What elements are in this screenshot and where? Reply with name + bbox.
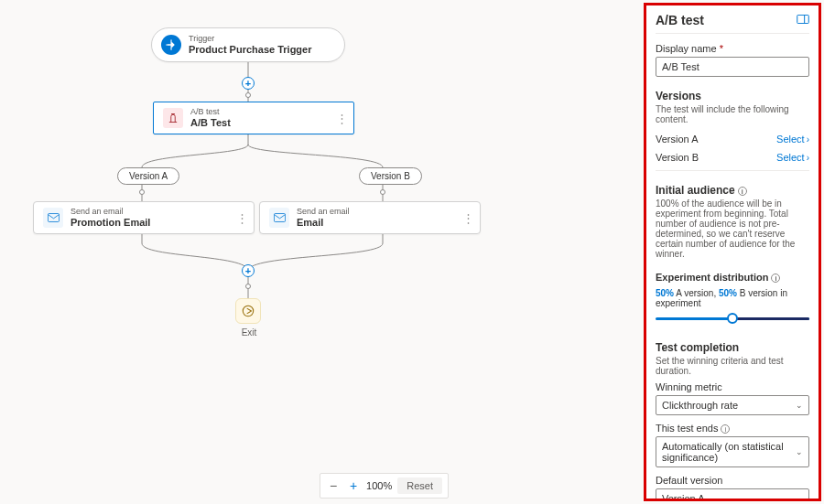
- default-version-select[interactable]: Version A⌄: [656, 488, 809, 501]
- completion-heading: Test completion: [656, 341, 809, 354]
- email-title: Email: [297, 217, 350, 230]
- email-node-b[interactable]: Send an email Email ⋮: [259, 201, 481, 234]
- svg-rect-8: [274, 214, 285, 222]
- email-title: Promotion Email: [70, 217, 150, 230]
- svg-rect-7: [48, 214, 59, 222]
- chevron-down-icon: ⌄: [796, 447, 803, 456]
- exit-node[interactable]: [235, 298, 261, 324]
- chevron-down-icon: ⌄: [796, 494, 803, 501]
- add-step-button-top[interactable]: +: [242, 77, 255, 90]
- display-name-label: Display name *: [656, 43, 809, 54]
- ab-test-node[interactable]: A/B test A/B Test ⋮: [153, 102, 354, 134]
- versions-heading: Versions: [656, 90, 809, 102]
- branch-version-a[interactable]: Version A: [117, 167, 179, 185]
- zoom-reset-button[interactable]: Reset: [397, 477, 442, 494]
- panel-header-icon[interactable]: [797, 14, 809, 27]
- info-icon[interactable]: i: [721, 424, 730, 434]
- ab-node-more-icon[interactable]: ⋮: [336, 112, 348, 125]
- test-ends-select[interactable]: Automatically (on statistical significan…: [656, 436, 809, 467]
- connector-port: [245, 92, 251, 98]
- slider-thumb[interactable]: [727, 313, 738, 324]
- chevron-right-icon: ›: [807, 134, 809, 145]
- email-kicker: Send an email: [297, 207, 350, 217]
- zoom-level: 100%: [366, 480, 392, 491]
- trigger-node[interactable]: Trigger Product Purchase Trigger: [151, 27, 345, 62]
- journey-canvas[interactable]: Trigger Product Purchase Trigger + A/B t…: [0, 0, 637, 504]
- node-more-icon[interactable]: ⋮: [236, 211, 248, 225]
- completion-sub: Set the winning criteria and test durati…: [656, 356, 809, 376]
- distribution-heading: Experiment distributioni: [656, 272, 809, 283]
- ab-title: A/B Test: [190, 117, 231, 130]
- default-version-label: Default version: [656, 475, 809, 486]
- svg-rect-10: [797, 15, 809, 23]
- email-kicker: Send an email: [70, 207, 150, 217]
- info-icon[interactable]: i: [771, 273, 780, 283]
- email-icon: [43, 208, 63, 228]
- side-panel: A/B test Display name * Versions The tes…: [644, 3, 821, 501]
- trigger-title: Product Purchase Trigger: [189, 44, 311, 57]
- versions-sub: The test will include the following cont…: [656, 104, 809, 124]
- initial-audience-heading: Initial audiencei: [656, 184, 809, 197]
- add-step-button-bottom[interactable]: +: [242, 264, 255, 277]
- winning-metric-select[interactable]: Clickthrough rate⌄: [656, 395, 809, 415]
- display-name-input[interactable]: [656, 57, 809, 77]
- info-icon[interactable]: i: [738, 187, 747, 196]
- panel-title: A/B test: [656, 13, 704, 27]
- email-icon: [269, 208, 289, 228]
- version-b-label: Version B: [656, 152, 699, 163]
- zoom-toolbar: − + 100% Reset: [320, 473, 449, 499]
- distribution-summary: 50% A version, 50% B version in experime…: [656, 288, 809, 308]
- zoom-in-button[interactable]: +: [346, 479, 361, 492]
- chevron-right-icon: ›: [807, 153, 809, 163]
- trigger-kicker: Trigger: [189, 34, 311, 44]
- email-node-a[interactable]: Send an email Promotion Email ⋮: [33, 201, 255, 234]
- connector-port: [380, 189, 385, 195]
- version-a-row: Version A Select›: [656, 130, 809, 148]
- version-a-label: Version A: [656, 134, 698, 145]
- exit-icon: [242, 305, 255, 317]
- chevron-down-icon: ⌄: [796, 401, 803, 410]
- version-b-select-link[interactable]: Select›: [776, 152, 809, 163]
- winning-metric-label: Winning metric: [656, 381, 809, 392]
- zoom-out-button[interactable]: −: [326, 479, 341, 492]
- ab-test-icon: [163, 108, 183, 128]
- connector-port: [139, 189, 145, 195]
- connector-port: [245, 284, 251, 289]
- distribution-slider[interactable]: [656, 312, 809, 325]
- trigger-icon: [161, 35, 181, 55]
- test-ends-label: This test endsi: [656, 423, 809, 434]
- initial-audience-body: 100% of the audience will be in experime…: [656, 198, 809, 259]
- version-a-select-link[interactable]: Select›: [776, 134, 809, 145]
- ab-kicker: A/B test: [190, 107, 231, 117]
- branch-version-b[interactable]: Version B: [359, 167, 422, 185]
- node-more-icon[interactable]: ⋮: [462, 211, 474, 225]
- version-b-row: Version B Select›: [656, 148, 809, 171]
- connector-lines: [0, 0, 637, 504]
- exit-label: Exit: [233, 327, 265, 338]
